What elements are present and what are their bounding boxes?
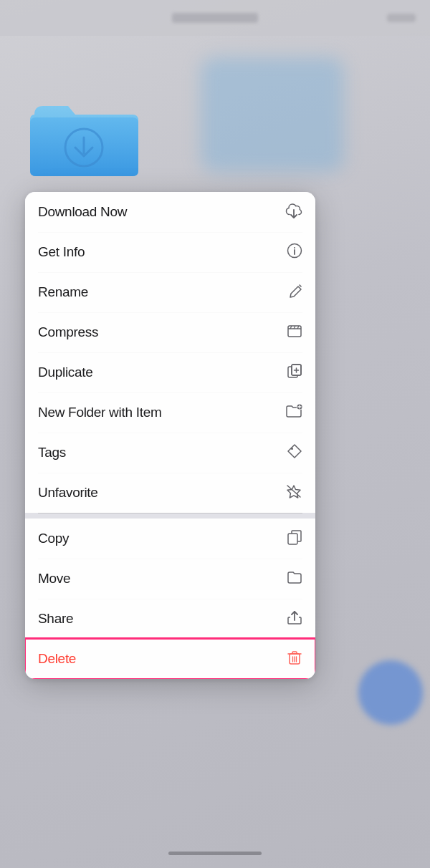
menu-item-move[interactable]: Move bbox=[25, 559, 315, 599]
menu-item-compress-label: Compress bbox=[38, 324, 98, 340]
menu-item-download-now[interactable]: Download Now bbox=[25, 192, 315, 232]
copy-icon bbox=[287, 529, 302, 549]
menu-item-copy-label: Copy bbox=[38, 531, 69, 546]
new-folder-with-item-icon bbox=[285, 403, 302, 423]
menu-item-rename[interactable]: Rename bbox=[25, 272, 315, 312]
menu-item-duplicate[interactable]: Duplicate bbox=[25, 352, 315, 392]
menu-item-copy[interactable]: Copy bbox=[25, 519, 315, 559]
menu-item-move-label: Move bbox=[38, 571, 70, 587]
top-bar-title bbox=[172, 13, 258, 23]
menu-item-delete-label: Delete bbox=[38, 651, 76, 667]
top-bar bbox=[0, 0, 430, 36]
tags-icon bbox=[287, 443, 302, 463]
menu-item-share-label: Share bbox=[38, 611, 73, 627]
move-icon bbox=[287, 569, 302, 589]
menu-item-delete[interactable]: Delete bbox=[25, 639, 315, 679]
svg-point-5 bbox=[294, 247, 295, 249]
context-menu: Download Now Get Info Rename bbox=[25, 192, 315, 679]
menu-item-share[interactable]: Share bbox=[25, 599, 315, 639]
svg-line-6 bbox=[300, 285, 301, 286]
top-bar-right-button bbox=[387, 14, 416, 22]
menu-item-new-folder-with-item[interactable]: New Folder with Item bbox=[25, 392, 315, 433]
home-indicator bbox=[168, 852, 262, 855]
menu-item-rename-label: Rename bbox=[38, 284, 88, 300]
menu-item-get-info-label: Get Info bbox=[38, 244, 85, 260]
folder-icon bbox=[29, 93, 140, 179]
rename-icon bbox=[290, 284, 302, 302]
info-icon bbox=[287, 243, 302, 262]
compress-icon bbox=[287, 323, 302, 342]
svg-rect-22 bbox=[288, 534, 297, 544]
menu-item-unfavorite-label: Unfavorite bbox=[38, 485, 98, 501]
menu-separator bbox=[25, 513, 315, 519]
trash-icon bbox=[287, 650, 302, 669]
menu-item-download-now-label: Download Now bbox=[38, 204, 127, 220]
background-circle-blur bbox=[358, 660, 423, 725]
duplicate-icon bbox=[287, 363, 302, 382]
cloud-download-icon bbox=[285, 203, 302, 222]
menu-item-duplicate-label: Duplicate bbox=[38, 365, 93, 380]
share-icon bbox=[287, 609, 302, 629]
menu-item-new-folder-with-item-label: New Folder with Item bbox=[38, 405, 161, 420]
unfavorite-icon bbox=[285, 483, 302, 503]
svg-point-20 bbox=[291, 448, 293, 450]
menu-item-tags-label: Tags bbox=[38, 445, 66, 460]
menu-item-tags[interactable]: Tags bbox=[25, 433, 315, 473]
menu-item-compress[interactable]: Compress bbox=[25, 312, 315, 352]
background-folder-blur bbox=[201, 57, 344, 172]
menu-item-unfavorite[interactable]: Unfavorite bbox=[25, 473, 315, 513]
menu-item-get-info[interactable]: Get Info bbox=[25, 232, 315, 272]
